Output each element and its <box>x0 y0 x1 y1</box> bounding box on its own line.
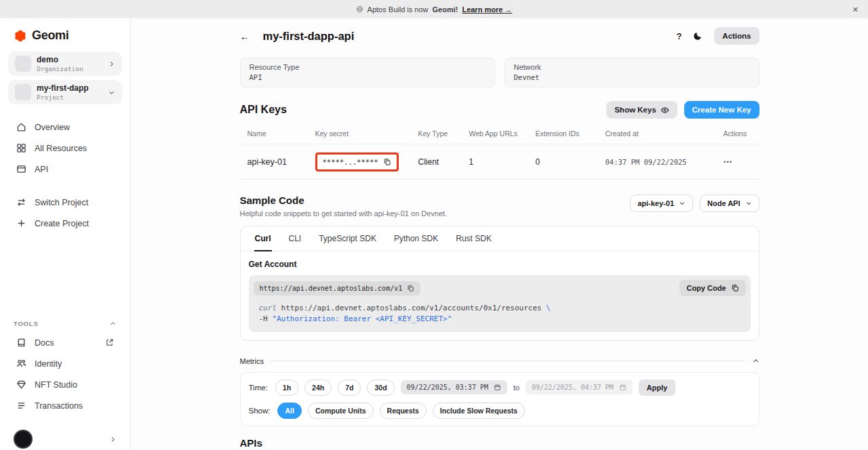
column-header: Key secret <box>315 129 418 138</box>
sidebar-item-label: Docs <box>35 338 54 348</box>
chevron-up-icon <box>109 320 117 327</box>
show-requests-pill[interactable]: Requests <box>380 403 427 419</box>
to-label: to <box>513 384 519 392</box>
plus-icon <box>16 218 26 228</box>
show-label: Show: <box>249 407 271 415</box>
tab-python-sdk[interactable]: Python SDK <box>393 226 439 251</box>
sidebar-item-api[interactable]: API <box>0 159 130 180</box>
org-selector[interactable]: demo Organization <box>8 52 122 76</box>
sidebar-item-switch-project[interactable]: Switch Project <box>0 192 130 213</box>
banner-brand: Geomi! <box>433 5 458 14</box>
sidebar-item-label: Create Project <box>35 219 89 228</box>
sidebar-item-label: Overview <box>35 123 70 132</box>
sidebar-item-label: Switch Project <box>35 198 88 207</box>
tab-typescript-sdk[interactable]: TypeScript SDK <box>318 226 377 251</box>
copy-icon[interactable] <box>407 285 414 292</box>
chevron-right-icon <box>109 436 117 443</box>
sidebar-item-all-resources[interactable]: All Resources <box>0 138 130 159</box>
sidebar-item-identity[interactable]: Identity <box>0 353 130 374</box>
dark-mode-icon[interactable] <box>693 31 703 41</box>
project-type-label: Project <box>37 94 89 101</box>
actions-button[interactable]: Actions <box>714 27 759 45</box>
org-type-label: Organization <box>37 65 83 73</box>
show-keys-button[interactable]: Show Keys <box>606 101 677 119</box>
chevron-down-icon <box>745 200 752 207</box>
table-row: api-key-01 *****...***** Client 1 0 04:3… <box>240 144 760 180</box>
metrics-filter-panel: Time: 1h 24h 7d 30d 09/22/2025, 03:37 PM… <box>240 372 760 426</box>
tools-label: TOOLS <box>14 320 39 327</box>
api-select-dropdown[interactable]: Node API <box>700 195 760 212</box>
tab-rust-sdk[interactable]: Rust SDK <box>455 226 492 251</box>
show-compute-units-pill[interactable]: Compute Units <box>308 403 374 419</box>
copy-code-button[interactable]: Copy Code <box>679 280 745 296</box>
sample-code-title: Sample Code <box>240 195 448 206</box>
api-keys-table: Name Key secret Key Type Web App URLs Ex… <box>240 124 760 180</box>
column-header: Actions <box>724 129 760 138</box>
back-button[interactable]: ← <box>240 30 250 42</box>
show-all-pill[interactable]: All <box>277 403 301 419</box>
key-select-dropdown[interactable]: api-key-01 <box>630 195 693 212</box>
chevron-down-icon <box>679 200 686 207</box>
banner-text: Aptos Build is now <box>368 5 429 14</box>
range-1h-pill[interactable]: 1h <box>275 380 298 396</box>
column-header: Key Type <box>418 129 469 138</box>
project-selector[interactable]: my-first-dapp Project <box>8 80 122 104</box>
copy-icon[interactable] <box>383 158 391 166</box>
created-at-cell: 04:37 PM 09/22/2025 <box>606 158 724 166</box>
code-snippet: curl https://api.devnet.aptoslabs.com/v1… <box>254 296 746 327</box>
geomi-logo-icon <box>14 29 27 43</box>
external-link-icon <box>105 338 114 347</box>
from-datetime-input[interactable]: 09/22/2025, 03:37 PM <box>401 380 507 394</box>
sidebar-item-label: API <box>35 165 48 174</box>
range-30d-pill[interactable]: 30d <box>367 380 394 396</box>
book-icon <box>16 338 26 348</box>
code-panel: https://api.devnet.aptoslabs.com/v1 Copy… <box>249 275 751 332</box>
list-icon <box>16 401 26 411</box>
sidebar-item-create-project[interactable]: Create Project <box>0 213 130 234</box>
info-card-value: API <box>250 73 486 81</box>
help-icon[interactable]: ? <box>676 31 682 41</box>
column-header: Created at <box>606 129 724 138</box>
sidebar-item-docs[interactable]: Docs <box>0 332 130 353</box>
project-avatar <box>15 84 31 100</box>
create-new-key-button[interactable]: Create New Key <box>684 101 760 119</box>
range-7d-pill[interactable]: 7d <box>338 380 361 396</box>
window-icon <box>16 164 26 174</box>
sample-code-subtitle: Helpful code snippets to get started wit… <box>240 209 448 218</box>
metrics-title: Metrics <box>240 357 264 365</box>
logo-text: Geomi <box>32 28 69 43</box>
banner-learn-more-link[interactable]: Learn more → <box>462 5 512 14</box>
column-header: Name <box>248 129 315 138</box>
to-datetime-input[interactable]: 09/22/2025, 04:37 PM <box>526 380 632 394</box>
tools-section-toggle[interactable]: TOOLS <box>0 316 130 331</box>
banner-close-icon[interactable]: ✕ <box>852 5 859 13</box>
row-actions-menu[interactable]: ⋯ <box>724 157 760 167</box>
time-label: Time: <box>249 384 268 392</box>
user-account-row[interactable] <box>0 420 130 450</box>
sidebar-item-overview[interactable]: Overview <box>0 117 130 138</box>
org-name: demo <box>37 55 83 65</box>
sidebar-item-transactions[interactable]: Transactions <box>0 395 130 416</box>
sidebar-item-nft-studio[interactable]: NFT Studio <box>0 374 130 395</box>
calendar-icon[interactable] <box>619 384 627 391</box>
sidebar: Geomi demo Organization my-first-dapp Pr… <box>0 18 131 450</box>
range-24h-pill[interactable]: 24h <box>304 380 332 396</box>
key-name-cell: api-key-01 <box>248 157 315 167</box>
project-name: my-first-dapp <box>37 83 89 94</box>
calendar-icon[interactable] <box>494 384 501 391</box>
metrics-section-toggle[interactable]: Metrics <box>240 357 760 365</box>
grid-icon <box>16 143 26 153</box>
apis-title: APIs <box>240 437 760 449</box>
chevron-up-icon[interactable] <box>752 357 760 365</box>
apply-button[interactable]: Apply <box>639 380 676 396</box>
tab-curl[interactable]: Curl <box>254 226 272 251</box>
key-secret-cell[interactable]: *****...***** <box>315 152 399 171</box>
include-slow-requests-pill[interactable]: Include Slow Requests <box>433 403 525 419</box>
tab-cli[interactable]: CLI <box>288 226 302 251</box>
sidebar-item-label: NFT Studio <box>35 380 77 390</box>
info-card-label: Network <box>514 63 750 71</box>
column-header: Web App URLs <box>469 129 536 138</box>
code-tabs: Curl CLI TypeScript SDK Python SDK Rust … <box>241 226 759 251</box>
gem-icon <box>16 380 26 390</box>
endpoint-pill[interactable]: https://api.devnet.aptoslabs.com/v1 <box>254 281 421 295</box>
